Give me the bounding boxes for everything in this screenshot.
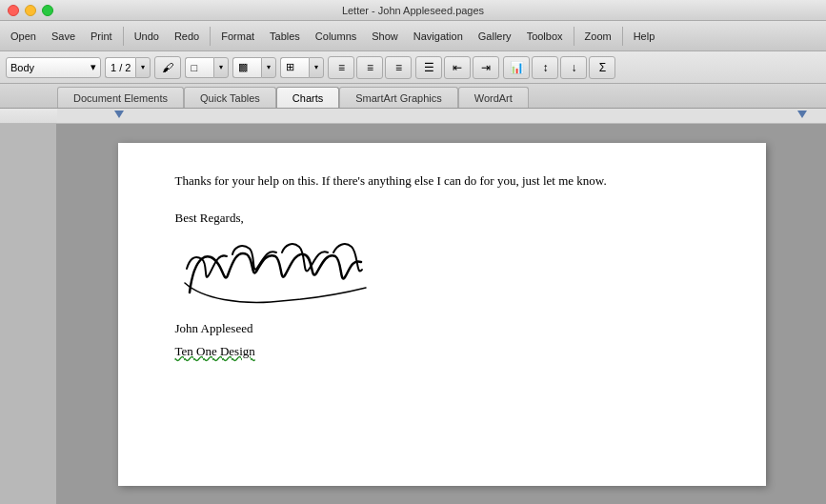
style-dropdown[interactable]: Body ▾ [6,57,101,78]
separator [574,27,574,46]
signature-image [175,235,375,312]
insert-chart-button[interactable]: 📊 [503,56,530,79]
fill-arrow[interactable]: ▾ [261,57,276,78]
align-left-button[interactable]: ≡ [328,56,354,79]
sort-desc-button[interactable]: ↓ [560,56,587,79]
right-indent-marker[interactable] [797,111,807,118]
document-page[interactable]: Thanks for your help on this. If there's… [118,143,766,486]
show-button[interactable]: Show [365,25,405,48]
indent-button[interactable]: ⇥ [473,56,499,79]
window-title: Letter - John Appleseed.pages [342,5,484,16]
tab-wordart[interactable]: WordArt [458,87,529,108]
zoom-button[interactable]: Zoom [578,25,618,48]
border-arrow[interactable]: ▾ [213,57,229,78]
list-button[interactable]: ☰ [415,56,442,79]
toolbox-button[interactable]: Toolbox [520,25,570,48]
main-area: Thanks for your help on this. If there's… [0,124,826,504]
insert-group: 📊 ↕ ↓ Σ [503,56,615,79]
page-combo: 1 / 2 ▾ [105,57,151,78]
tab-quick-tables[interactable]: Quick Tables [184,87,276,108]
list-group: ☰ ⇤ ⇥ [415,56,499,79]
left-panel [0,124,57,504]
undo-button[interactable]: Undo [128,25,166,48]
titlebar: Letter - John Appleseed.pages [0,0,826,21]
table-main[interactable]: ⊞ [280,57,309,78]
table-combo: ⊞ ▾ [280,57,324,78]
separator [210,27,211,46]
open-button[interactable]: Open [4,25,43,48]
align-group: ≡ ≡ ≡ [328,56,412,79]
separator [622,27,623,46]
greeting-text: Best Regards, [175,211,709,226]
navigation-button[interactable]: Navigation [407,25,470,48]
minimize-button[interactable] [25,5,36,16]
align-right-button[interactable]: ≡ [385,56,412,79]
signer-company: Ten One Design [175,344,709,359]
document-area: Thanks for your help on this. If there's… [57,124,826,504]
chevron-down-icon: ▾ [91,61,96,73]
page-arrow[interactable]: ▾ [135,57,151,78]
fill-combo: ▩ ▾ [232,57,276,78]
sort-button[interactable]: ↕ [532,56,558,79]
tab-smartart[interactable]: SmartArt Graphics [339,87,457,108]
outdent-button[interactable]: ⇤ [444,56,471,79]
align-center-button[interactable]: ≡ [356,56,383,79]
help-button[interactable]: Help [627,25,662,48]
window-controls [8,5,53,16]
signer-name: John Appleseed [175,321,709,336]
toolbar-secondary: Body ▾ 1 / 2 ▾ 🖌 □ ▾ ▩ ▾ ⊞ ▾ ≡ ≡ ≡ ☰ ⇤ ⇥… [0,51,826,84]
gallery-button[interactable]: Gallery [472,25,518,48]
brush-button[interactable]: 🖌 [154,56,181,79]
border-combo: □ ▾ [185,57,229,78]
ruler-track [57,109,826,123]
save-button[interactable]: Save [45,25,82,48]
separator [123,27,124,46]
company-name: Ten One Design [175,344,255,358]
redo-button[interactable]: Redo [168,25,206,48]
style-label: Body [10,62,34,73]
tables-button[interactable]: Tables [263,25,307,48]
left-indent-marker[interactable] [114,111,124,118]
fill-main[interactable]: ▩ [232,57,261,78]
signature-area: Best Regards, John Appleseed Ten One Des… [175,211,709,359]
tab-document-elements[interactable]: Document Elements [57,87,184,108]
columns-button[interactable]: Columns [309,25,363,48]
toolbar-primary: Open Save Print Undo Redo Format Tables … [0,21,826,51]
table-arrow[interactable]: ▾ [309,57,324,78]
close-button[interactable] [8,5,19,16]
format-button[interactable]: Format [214,25,261,48]
tab-charts[interactable]: Charts [276,87,339,108]
print-button[interactable]: Print [84,25,119,48]
tabbar: Document Elements Quick Tables Charts Sm… [0,84,826,109]
border-main[interactable]: □ [185,57,213,78]
page-indicator[interactable]: 1 / 2 [105,57,135,78]
maximize-button[interactable] [42,5,53,16]
sum-button[interactable]: Σ [589,56,615,79]
paragraph-text: Thanks for your help on this. If there's… [175,171,709,192]
ruler [0,109,826,124]
